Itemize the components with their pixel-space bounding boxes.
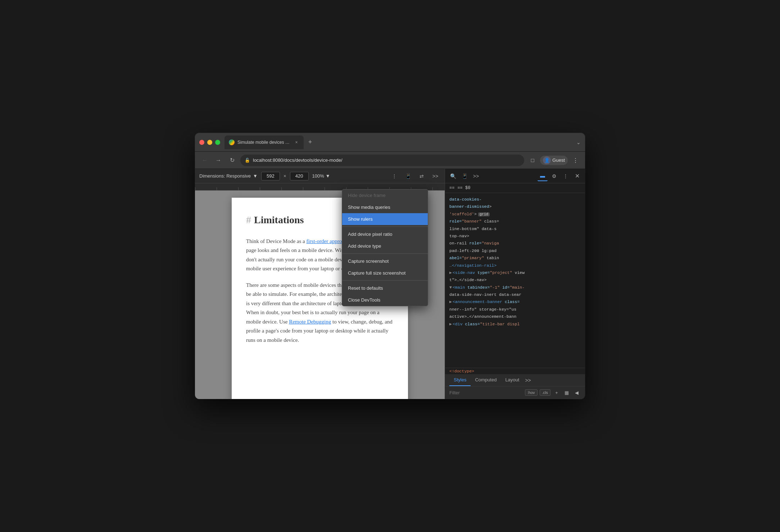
cls-button[interactable]: .cls bbox=[540, 389, 551, 396]
minimize-window-button[interactable] bbox=[207, 140, 212, 145]
tree-line: nner--info" storage-key="us bbox=[445, 306, 585, 313]
menu-divider-1 bbox=[342, 226, 428, 227]
more-devtools-options[interactable]: ⋮ bbox=[561, 171, 571, 181]
window-menu-chevron[interactable]: ⌄ bbox=[576, 139, 581, 145]
element-equals: == bbox=[449, 185, 454, 191]
tree-line: active>…</announcement-bann bbox=[445, 313, 585, 320]
element-info-bar: == == $0 bbox=[445, 183, 585, 193]
menu-item-show-media-queries[interactable]: Show media queries bbox=[342, 201, 428, 213]
menu-item-add-pixel-ratio[interactable]: Add device pixel ratio bbox=[342, 228, 428, 240]
rotate-icon[interactable]: ⇄ bbox=[417, 171, 427, 181]
dimensions-selector[interactable]: Dimensions: Responsive ▼ bbox=[199, 173, 258, 179]
title-bar-right: ⌄ bbox=[576, 139, 581, 145]
nav-bar: ← → ↻ 🔓 localhost:8080/docs/devtools/dev… bbox=[195, 152, 585, 169]
tree-line: ▶<side-nav type="project" view bbox=[445, 269, 585, 276]
element-value: == $0 bbox=[457, 185, 470, 191]
tab-styles[interactable]: Styles bbox=[449, 374, 471, 386]
zoom-label: 100% bbox=[312, 173, 324, 179]
active-tab[interactable]: Simulate mobile devices with D × bbox=[225, 136, 304, 149]
close-window-button[interactable] bbox=[199, 140, 204, 145]
title-bar: Simulate mobile devices with D × + ⌄ bbox=[195, 133, 585, 152]
tab-close-button[interactable]: × bbox=[294, 139, 299, 145]
tree-line: role="banner" class= bbox=[445, 218, 585, 225]
menu-item-hide-device-frame[interactable]: Hide device frame bbox=[342, 189, 428, 201]
menu-item-reset-defaults[interactable]: Reset to defaults bbox=[342, 282, 428, 294]
forward-button[interactable]: → bbox=[213, 155, 224, 166]
close-devtools-button[interactable]: ✕ bbox=[572, 171, 582, 181]
tab-computed[interactable]: Computed bbox=[471, 374, 501, 386]
dimensions-label: Dimensions: Responsive bbox=[199, 173, 251, 179]
more-tabs-button[interactable]: >> bbox=[523, 375, 532, 386]
new-tab-button[interactable]: + bbox=[305, 137, 315, 147]
tree-line: data-side-nav-inert data-sear bbox=[445, 291, 585, 298]
tree-line: top-nav> bbox=[445, 233, 585, 240]
maximize-window-button[interactable] bbox=[215, 140, 220, 145]
inspect-element-button[interactable]: 🔍 bbox=[448, 171, 458, 181]
tree-line: banner-dismissed> bbox=[445, 203, 585, 210]
computed-sidebar-button[interactable]: ◀ bbox=[573, 389, 581, 396]
nav-right-buttons: □ 👤 Guest ⋮ bbox=[527, 155, 581, 166]
elements-panel-button[interactable]: ▬ bbox=[538, 171, 548, 181]
devtools-toggle-button[interactable]: □ bbox=[527, 155, 538, 166]
heading-hash: # bbox=[246, 212, 251, 228]
para2-link[interactable]: Remote Debugging bbox=[289, 319, 331, 325]
device-mode-icon[interactable]: 📱 bbox=[403, 171, 413, 181]
menu-item-capture-full-screenshot[interactable]: Capture full size screenshot bbox=[342, 267, 428, 279]
tree-line: 'scaffold'>grid bbox=[445, 211, 585, 218]
more-panels-button[interactable]: >> bbox=[471, 171, 481, 181]
tree-line: ▼<main tabindex="-1" id="main- bbox=[445, 284, 585, 291]
browser-window: Simulate mobile devices with D × + ⌄ ← →… bbox=[195, 133, 585, 399]
context-menu: Hide device frame Show media queries Sho… bbox=[342, 189, 428, 306]
menu-divider-3 bbox=[342, 280, 428, 281]
tree-line: line-bottom" data-s bbox=[445, 225, 585, 233]
device-mode-button[interactable]: 📱 bbox=[459, 171, 470, 181]
address-bar[interactable]: 🔓 localhost:8080/docs/devtools/device-mo… bbox=[240, 155, 524, 166]
doctype-line: <!doctype> bbox=[445, 368, 585, 374]
tree-line: data-cookies- bbox=[445, 196, 585, 203]
tab-layout[interactable]: Layout bbox=[501, 374, 523, 386]
more-toolbar-options[interactable]: >> bbox=[430, 171, 440, 181]
devtools-toolbar: 🔍 📱 >> ▬ ⚙ ⋮ ✕ bbox=[445, 169, 585, 183]
height-input[interactable] bbox=[290, 172, 309, 180]
reload-button[interactable]: ↻ bbox=[227, 155, 237, 166]
device-toolbar: Dimensions: Responsive ▼ × 100% ▼ ⋮ 📱 ⇄ … bbox=[195, 169, 445, 183]
tree-line: on-rail role="naviga bbox=[445, 240, 585, 247]
more-options-button[interactable]: ⋮ bbox=[389, 171, 399, 181]
tree-line: ▶<announcement-banner class= bbox=[445, 298, 585, 306]
dropdown-arrow: ▼ bbox=[253, 173, 258, 179]
tab-title: Simulate mobile devices with D bbox=[237, 140, 291, 145]
menu-item-close-devtools[interactable]: Close DevTools bbox=[342, 294, 428, 306]
lock-icon: 🔓 bbox=[245, 158, 250, 163]
main-area: Dimensions: Responsive ▼ × 100% ▼ ⋮ 📱 ⇄ … bbox=[195, 169, 585, 399]
width-input[interactable] bbox=[261, 172, 280, 180]
tree-line: abel="primary" tabin bbox=[445, 254, 585, 262]
tree-line: …</navigation-rail> bbox=[445, 262, 585, 269]
zoom-selector[interactable]: 100% ▼ bbox=[312, 173, 330, 179]
zoom-arrow: ▼ bbox=[326, 173, 330, 179]
url-text: localhost:8080/docs/devtools/device-mode… bbox=[253, 157, 520, 163]
tab-area: Simulate mobile devices with D × + bbox=[225, 136, 573, 149]
menu-item-capture-screenshot[interactable]: Capture screenshot bbox=[342, 255, 428, 267]
menu-item-add-device-type[interactable]: Add device type bbox=[342, 240, 428, 252]
menu-item-show-rulers[interactable]: Show rulers bbox=[342, 213, 428, 225]
devtools-bottom-tabs: Styles Computed Layout >> bbox=[445, 374, 585, 386]
add-style-rule-button[interactable]: + bbox=[553, 389, 561, 396]
menu-divider-2 bbox=[342, 253, 428, 254]
style-panel-button[interactable]: ▦ bbox=[563, 389, 571, 396]
profile-icon: 👤 bbox=[543, 156, 551, 164]
chrome-favicon bbox=[229, 139, 235, 145]
filter-actions: :hov .cls + ▦ ◀ bbox=[525, 389, 581, 396]
back-button[interactable]: ← bbox=[199, 155, 210, 166]
dimension-x-separator: × bbox=[284, 173, 286, 179]
settings-button[interactable]: ⚙ bbox=[549, 171, 559, 181]
para1-start: Think of Device Mode as a bbox=[246, 238, 306, 244]
heading-text: Limitations bbox=[254, 212, 304, 228]
profile-area[interactable]: 👤 Guest bbox=[540, 156, 568, 165]
devtools-panel: 🔍 📱 >> ▬ ⚙ ⋮ ✕ == == $0 data-cookies- bbox=[445, 169, 585, 399]
tree-line: pad-left-200 lg:pad bbox=[445, 247, 585, 254]
browser-menu-button[interactable]: ⋮ bbox=[570, 155, 581, 166]
hov-button[interactable]: :hov bbox=[525, 389, 538, 396]
profile-label: Guest bbox=[552, 157, 565, 163]
filter-input[interactable] bbox=[449, 390, 522, 395]
tree-line: ▶<div class="title-bar displ bbox=[445, 321, 585, 328]
